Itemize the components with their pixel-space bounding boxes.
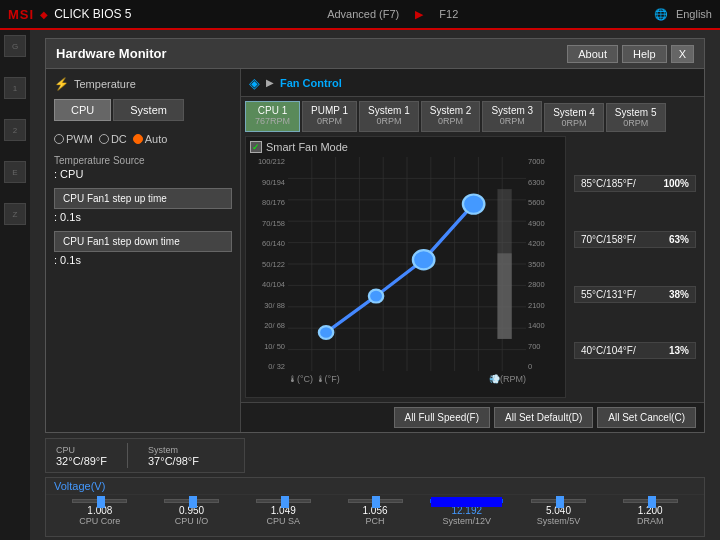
auto-label: Auto [145,133,168,145]
voltage-thumb-dram [648,496,656,508]
fan-tab-cpu1[interactable]: CPU 1 767RPM [245,101,300,132]
voltage-bars: 1.008 CPU Core 0.950 CPU I/O 1.049 CPU S… [46,495,704,530]
bios-icon: ◆ [40,9,48,20]
voltage-label-cpu-sa: CPU SA [267,516,301,526]
temp-row-2[interactable]: 55°C/131°F/ 38% [574,286,696,303]
voltage-thumb-pch [372,496,380,508]
voltage-track-sys5v[interactable] [531,499,586,503]
cpu-tab[interactable]: CPU [54,99,111,121]
yr-label-3: 4900 [528,219,545,228]
rpm-axis-label: 💨(RPM) [489,374,526,384]
y-label-9: 10/ 50 [264,342,285,351]
voltage-track-dram[interactable] [623,499,678,503]
voltage-thumb-sys5v [556,496,564,508]
hw-content: ⚡ Temperature CPU System PWM DC [46,69,704,432]
smart-fan-checkbox[interactable]: ✓ [250,141,262,153]
voltage-track-pch[interactable] [348,499,403,503]
fan-tab-pump1-label: PUMP 1 [311,105,348,116]
voltage-track-cpu-sa[interactable] [256,499,311,503]
set-default-btn[interactable]: All Set Default(D) [494,407,593,428]
fan-tab-sys3[interactable]: System 3 0RPM [482,101,542,132]
temp-row-0[interactable]: 85°C/185°F/ 100% [574,175,696,192]
top-bar-left: MSI ◆ CLICK BIOS 5 [8,7,132,22]
auto-radio[interactable]: Auto [133,133,168,145]
fan-tab-pump1[interactable]: PUMP 1 0RPM [302,101,357,132]
system-tab[interactable]: System [113,99,184,121]
voltage-thumb-cpu-sa [281,496,289,508]
set-cancel-btn[interactable]: All Set Cancel(C) [597,407,696,428]
cpu-sys-tabs: CPU System [54,99,232,121]
cpu-temp-item: CPU 32°C/89°F [56,445,107,467]
advanced-f7-btn[interactable]: Advanced (F7) [321,6,405,22]
fan-tab-cpu1-label: CPU 1 [254,105,291,116]
fan-control-header: ◈ ▶ Fan Control [241,69,704,97]
fan-tab-sys3-label: System 3 [491,105,533,116]
right-panel: ◈ ▶ Fan Control CPU 1 767RPM PUMP 1 0RPM [241,69,704,432]
yr-label-7: 2100 [528,301,545,310]
close-button[interactable]: X [671,45,694,63]
help-button[interactable]: Help [622,45,667,63]
temp-row-3[interactable]: 40°C/104°F/ 13% [574,342,696,359]
hw-title-bar: Hardware Monitor About Help X [46,39,704,69]
f12-btn[interactable]: F12 [433,6,464,22]
sidebar-icon-5[interactable]: Z [4,203,26,225]
fan-tab-sys5-label: System 5 [615,107,657,118]
voltage-track-cpu-core[interactable] [72,499,127,503]
full-speed-btn[interactable]: All Full Speed(F) [394,407,490,428]
sys-temp-value: 37°C/98°F [148,455,199,467]
smart-fan-header: ✓ Smart Fan Mode [250,141,561,153]
dc-radio[interactable]: DC [99,133,127,145]
fan-tab-sys2-label: System 2 [430,105,472,116]
voltage-track-cpu-io[interactable] [164,499,219,503]
fan-icon: ◈ [249,75,260,91]
fan-control-title: Fan Control [280,77,342,89]
yr-label-9: 700 [528,342,541,351]
y-label-4: 60/140 [262,239,285,248]
step-up-btn[interactable]: CPU Fan1 step up time [54,188,232,209]
fan-tab-pump1-rpm: 0RPM [311,116,348,126]
fan-tab-sys4[interactable]: System 4 0RPM [544,103,604,132]
yr-label-10: 0 [528,362,532,371]
y-axis-right: 7000 6300 5600 4900 4200 3500 2800 2100 … [526,157,561,371]
y-label-0: 100/212 [258,157,285,166]
msi-logo: MSI [8,7,34,22]
step-down-value: : 0.1s [54,254,232,266]
fan-tab-sys5[interactable]: System 5 0RPM [606,103,666,132]
step-down-btn[interactable]: CPU Fan1 step down time [54,231,232,252]
fan-tab-sys4-rpm: 0RPM [553,118,595,128]
pwm-radio[interactable]: PWM [54,133,93,145]
about-button[interactable]: About [567,45,618,63]
voltage-track-sys12v[interactable] [430,499,503,503]
dc-radio-circle [99,134,109,144]
sidebar-icon-3[interactable]: 2 [4,119,26,141]
sidebar-icon-game[interactable]: G [4,35,26,57]
hw-title-buttons: About Help X [567,45,694,63]
hw-monitor-title: Hardware Monitor [56,46,167,61]
voltage-section: Voltage(V) 1.008 CPU Core 0.950 CPU I/O [45,477,705,537]
voltage-item-cpu-core: 1.008 CPU Core [54,499,146,526]
sidebar-icon-2[interactable]: 1 [4,77,26,99]
voltage-label-dram: DRAM [637,516,664,526]
svg-point-20 [319,326,333,339]
yr-label-6: 2800 [528,280,545,289]
temp-divider [127,443,128,468]
lang-icon: 🌐 [654,8,668,21]
fan-tab-sys1[interactable]: System 1 0RPM [359,101,419,132]
svg-point-23 [463,194,484,213]
voltage-item-sys12v: 12.192 System/12V [421,499,513,526]
temp-val-3: 40°C/104°F/ [581,345,636,356]
temp-row-1[interactable]: 70°C/158°F/ 63% [574,231,696,248]
sidebar-icon-4[interactable]: E [4,161,26,183]
svg-point-21 [369,290,383,303]
arrow-icon: ▶ [415,8,423,21]
voltage-item-cpu-sa: 1.049 CPU SA [237,499,329,526]
yr-label-2: 5600 [528,198,545,207]
y-label-5: 50/122 [262,260,285,269]
y-label-3: 70/158 [262,219,285,228]
x-axis-bottom: 🌡(°C) 🌡(°F) 💨(RPM) [288,371,526,387]
temp-pct-2: 38% [669,289,689,300]
top-bar-right: 🌐 English [654,8,712,21]
y-label-2: 80/176 [262,198,285,207]
fan-tab-sys2[interactable]: System 2 0RPM [421,101,481,132]
fan-curve-svg [288,157,526,371]
